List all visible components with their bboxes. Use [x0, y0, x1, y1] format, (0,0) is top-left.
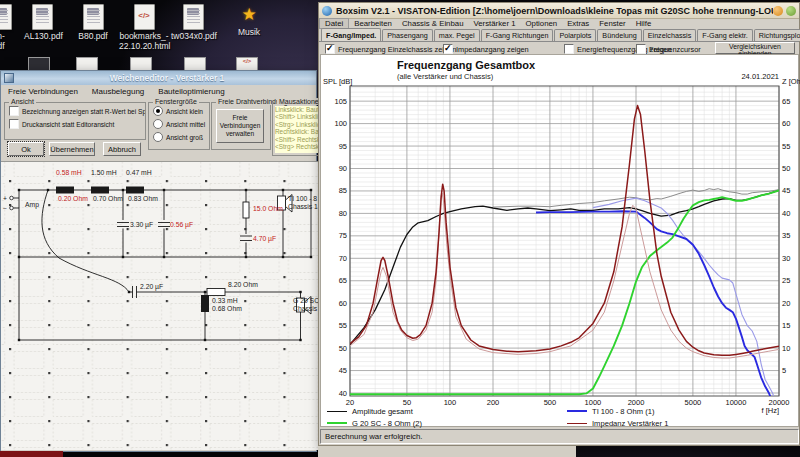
- x-tick: 10000: [726, 398, 747, 407]
- menu-extras[interactable]: Extras: [562, 19, 594, 28]
- code-glyph: </>: [237, 58, 257, 64]
- legend-swatch: [567, 410, 587, 412]
- legend-item-2: G 20 SC - 8 Ohm (2): [327, 417, 422, 429]
- y-axis-left-label: SPL [dB]: [323, 77, 352, 86]
- view-checkbox-1[interactable]: Frequenzgang Einzelchassis zeigen: [325, 44, 456, 54]
- tab-3[interactable]: max. Pegel: [434, 29, 480, 41]
- checkbox-icon: [564, 44, 574, 54]
- frequency-response-chart[interactable]: 4045550105515602065257030753580408545905…: [321, 55, 800, 415]
- chart-title: Frequenzgang Gesamtbox: [397, 59, 536, 71]
- fenstergroesse-radio-1[interactable]: Ansicht klein: [153, 106, 209, 116]
- editor-titlebar[interactable]: Weicheneditor - Verstärker 1: [1, 71, 316, 85]
- ok-button[interactable]: Ok: [8, 142, 44, 156]
- legend-item-1: Amplitude gesamt: [327, 405, 422, 417]
- desktop-icon-al130[interactable]: AL130.pdf: [24, 4, 60, 42]
- editor-window-title: Weicheneditor - Verstärker 1: [18, 73, 316, 83]
- y-right-tick: 15: [782, 321, 790, 330]
- editor-menu-1[interactable]: Freie Verbindungen: [1, 87, 85, 96]
- minimize-button[interactable]: [773, 6, 783, 16]
- resistor-r1[interactable]: [243, 202, 249, 218]
- view-checkbox-2[interactable]: Impedanzgang zeigen: [443, 44, 529, 54]
- radio-icon: [153, 119, 163, 129]
- mausaktion-line-3: <Strg> Linksklick:: [275, 121, 319, 128]
- tab-7[interactable]: Einzelchassis: [643, 29, 697, 41]
- menu-fenster[interactable]: Fenster: [594, 19, 630, 28]
- boxsim-controls-row: Vergleichskurven einblenden Frequenzgang…: [319, 41, 799, 54]
- desktop-icon-tw034x0[interactable]: tw034x0.pdf: [171, 4, 215, 42]
- editor-menu-3[interactable]: Bauteiloptimierung: [151, 87, 231, 96]
- tab-2[interactable]: Phasengang: [382, 29, 432, 41]
- editor-menubar: Freie VerbindungenMausbelegungBauteilopt…: [1, 85, 316, 99]
- legend-swatch: [327, 411, 347, 412]
- legend-label: Amplitude gesamt: [352, 407, 413, 416]
- menu-hilfe[interactable]: Hilfe: [631, 19, 657, 28]
- resistor-r2[interactable]: [207, 289, 225, 296]
- boxsim-window-title: Boxsim V2.1 - VISATON-Edition [Z:\home\j…: [336, 6, 773, 16]
- tab-8[interactable]: F-Gang elektr.: [697, 29, 753, 41]
- legend-label: G 20 SC - 8 Ohm (2): [352, 419, 422, 428]
- menu-optionen[interactable]: Optionen: [521, 19, 563, 28]
- mausaktion-line-5: <Shift> Rechtsklick: [275, 136, 319, 143]
- vergleichskurven-button[interactable]: Vergleichskurven einblenden: [715, 42, 795, 54]
- l4-value: 0.33 mH: [212, 297, 238, 304]
- y-left-tick: 90: [339, 164, 347, 173]
- maximize-button[interactable]: [786, 6, 796, 16]
- freie-verbindungen-verwalten-button[interactable]: Freie Verbindungen verwalten: [216, 109, 264, 143]
- view-checkbox-4[interactable]: Frequenzcursor: [636, 44, 701, 54]
- boxsim-window: Boxsim V2.1 - VISATON-Edition [Z:\home\j…: [318, 2, 800, 446]
- y-right-tick: 30: [782, 254, 790, 263]
- series-ti-100-8-ohm-1-: [536, 211, 771, 397]
- desktop-icon-b80[interactable]: B80.pdf: [75, 4, 111, 42]
- checkbox-icon: [9, 106, 19, 116]
- ansicht-checkbox-1[interactable]: Bezeichnung anzeigen statt R-Wert bei Sp…: [9, 106, 145, 116]
- pdf-lines: [36, 10, 49, 24]
- desktop-icon-musik[interactable]: ★Musik: [228, 4, 270, 38]
- tab-9[interactable]: Richtungsplots: [754, 29, 800, 41]
- inductor-l1[interactable]: [56, 187, 74, 194]
- tab-1[interactable]: F-Gang/Imped.: [321, 28, 381, 41]
- y-left-tick: 45: [339, 366, 347, 375]
- code-glyph: </>: [135, 11, 154, 20]
- pdf-file-icon: [183, 4, 204, 30]
- fenstergroesse-radio-2[interactable]: Ansicht mittel: [153, 119, 209, 129]
- chart-date: 24.01.2021: [741, 72, 779, 81]
- tab-5[interactable]: Polarplots: [554, 29, 596, 41]
- editor-options-panel: Ansicht Bezeichnung anzeigen statt R-Wer…: [1, 98, 316, 161]
- desktop-icon-cut-pdf[interactable]: n- df: [0, 4, 14, 51]
- radio-icon: [153, 132, 163, 142]
- c2-value: 0.56 µF: [170, 221, 193, 229]
- tab-4[interactable]: F-Gang Richtungen: [481, 29, 554, 41]
- mausaktion-line-1: Linksklick: Bauteil: [275, 106, 319, 113]
- menu-chassis-einbau[interactable]: Chassis & Einbau: [397, 19, 469, 28]
- l3-resistance: 0.83 Ohm: [128, 195, 158, 202]
- group-fenstergroesse: Fenstergröße Ansicht kleinAnsicht mittel…: [148, 102, 210, 150]
- schematic-canvas[interactable]: + − Amp 0.58 mH 0.20 Ohm 1.50 mH 0.70 Oh…: [1, 161, 318, 450]
- tab-6[interactable]: Bündelung: [597, 29, 641, 41]
- inductor-l2[interactable]: [91, 187, 109, 194]
- menu-verst-rker-[interactable]: Verstärker 1: [468, 19, 520, 28]
- window-fragment-red: [0, 451, 63, 457]
- inductor-l4[interactable]: [201, 295, 209, 312]
- group-ansicht-label: Ansicht: [9, 98, 36, 105]
- legend-item-4: Impedanz Verstärker 1: [567, 417, 668, 429]
- group-freie-drahtverbindung: Freie Drahtverbindung Freie Verbindungen…: [211, 102, 271, 150]
- mausaktion-line-2: <Shift> Linksklick:: [275, 113, 319, 120]
- menu-bearbeiten[interactable]: Bearbeiten: [349, 19, 397, 28]
- uebernehmen-button[interactable]: Übernehmen: [49, 142, 95, 156]
- legend-item-3: TI 100 - 8 Ohm (1): [567, 405, 668, 417]
- abbruch-button[interactable]: Abbruch: [103, 142, 141, 156]
- pdf-lines: [87, 10, 100, 24]
- inductor-l3[interactable]: [126, 187, 144, 194]
- l1-value: 0.58 mH: [56, 169, 82, 176]
- fenstergroesse-radio-3[interactable]: Ansicht groß: [153, 132, 209, 142]
- checkbox-label: Bezeichnung anzeigen statt R-Wert bei Sp…: [22, 108, 145, 115]
- x-axis-label: f [Hz]: [761, 406, 779, 415]
- amp-minus-terminal: [10, 206, 14, 210]
- desktop-icon-bookmarks[interactable]: </>bookmarks_- 22.10.20.html: [119, 4, 169, 51]
- y-left-tick: 65: [339, 276, 347, 285]
- ansicht-checkbox-2[interactable]: Druckansicht statt Editoransicht: [9, 119, 145, 129]
- group-ansicht: Ansicht Bezeichnung anzeigen statt R-Wer…: [4, 102, 146, 140]
- editor-menu-2[interactable]: Mausbelegung: [85, 87, 151, 96]
- boxsim-titlebar[interactable]: Boxsim V2.1 - VISATON-Edition [Z:\home\j…: [319, 3, 799, 19]
- icon-label: B80.pdf: [75, 32, 111, 42]
